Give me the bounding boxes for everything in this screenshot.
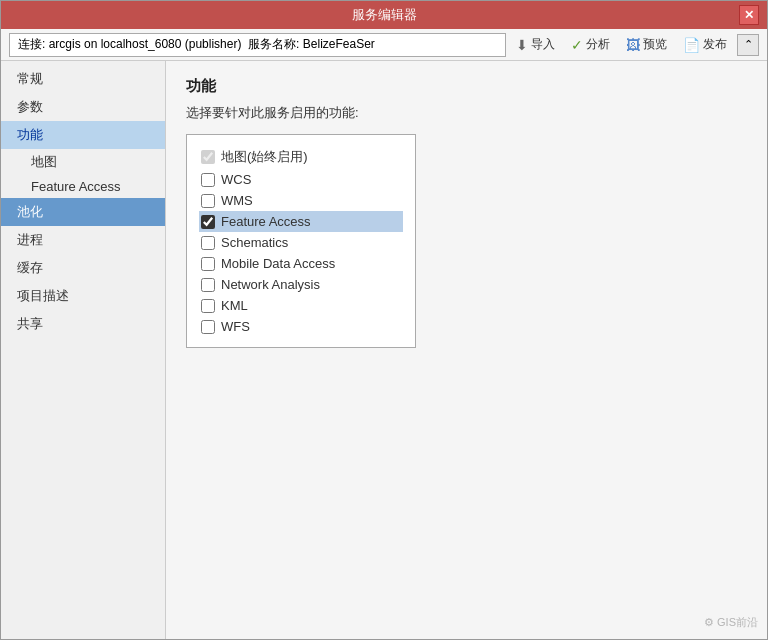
- feature-network-analysis: Network Analysis: [199, 274, 403, 295]
- publish-button[interactable]: 📄 发布: [677, 34, 733, 55]
- collapse-button[interactable]: ⌃: [737, 34, 759, 56]
- checkbox-mobile-data-access[interactable]: [201, 257, 215, 271]
- feature-feature-access: Feature Access: [199, 211, 403, 232]
- publish-icon: 📄: [683, 37, 700, 53]
- sidebar-item-progress[interactable]: 进程: [1, 226, 165, 254]
- feature-mobile-data-access: Mobile Data Access: [199, 253, 403, 274]
- analyze-icon: ✓: [571, 37, 583, 53]
- section-title: 功能: [186, 77, 747, 96]
- main-content: 常规 参数 功能 地图 Feature Access 池化 进程 缓存: [1, 61, 767, 639]
- preview-icon: 🖼: [626, 37, 640, 53]
- checkbox-map-always[interactable]: [201, 150, 215, 164]
- feature-wms: WMS: [199, 190, 403, 211]
- feature-map-always: 地图(始终启用): [199, 145, 403, 169]
- feature-schematics: Schematics: [199, 232, 403, 253]
- checkbox-wms[interactable]: [201, 194, 215, 208]
- content-area: 功能 选择要针对此服务启用的功能: 地图(始终启用) WCS WMS: [166, 61, 767, 639]
- import-icon: ⬇: [516, 37, 528, 53]
- feature-wfs: WFS: [199, 316, 403, 337]
- checkbox-network-analysis[interactable]: [201, 278, 215, 292]
- preview-button[interactable]: 🖼 预览: [620, 34, 673, 55]
- sidebar-item-features[interactable]: 功能: [1, 121, 165, 149]
- sidebar-item-project-desc[interactable]: 项目描述: [1, 282, 165, 310]
- feature-wcs: WCS: [199, 169, 403, 190]
- feature-kml: KML: [199, 295, 403, 316]
- sidebar-item-params[interactable]: 参数: [1, 93, 165, 121]
- checkbox-kml[interactable]: [201, 299, 215, 313]
- close-button[interactable]: ✕: [739, 5, 759, 25]
- sidebar-item-cache[interactable]: 缓存: [1, 254, 165, 282]
- analyze-button[interactable]: ✓ 分析: [565, 34, 616, 55]
- sidebar-item-share[interactable]: 共享: [1, 310, 165, 338]
- checkbox-wcs[interactable]: [201, 173, 215, 187]
- import-button[interactable]: ⬇ 导入: [510, 34, 561, 55]
- features-box: 地图(始终启用) WCS WMS Feature Access Schemati…: [186, 134, 416, 348]
- checkbox-feature-access[interactable]: [201, 215, 215, 229]
- window: 服务编辑器 ✕ ⬇ 导入 ✓ 分析 🖼 预览 📄 发布 ⌃ 常规: [0, 0, 768, 640]
- sidebar-item-general[interactable]: 常规: [1, 65, 165, 93]
- sidebar-item-tiling[interactable]: 池化: [1, 198, 165, 226]
- section-description: 选择要针对此服务启用的功能:: [186, 104, 747, 122]
- checkbox-schematics[interactable]: [201, 236, 215, 250]
- connection-input[interactable]: [9, 33, 506, 57]
- window-title: 服务编辑器: [29, 6, 739, 24]
- title-bar: 服务编辑器 ✕: [1, 1, 767, 29]
- sidebar-item-map[interactable]: 地图: [1, 149, 165, 175]
- watermark: ⚙ GIS前沿: [704, 615, 758, 630]
- checkbox-wfs[interactable]: [201, 320, 215, 334]
- sidebar: 常规 参数 功能 地图 Feature Access 池化 进程 缓存: [1, 61, 166, 639]
- toolbar: ⬇ 导入 ✓ 分析 🖼 预览 📄 发布 ⌃: [1, 29, 767, 61]
- sidebar-item-feature-access[interactable]: Feature Access: [1, 175, 165, 198]
